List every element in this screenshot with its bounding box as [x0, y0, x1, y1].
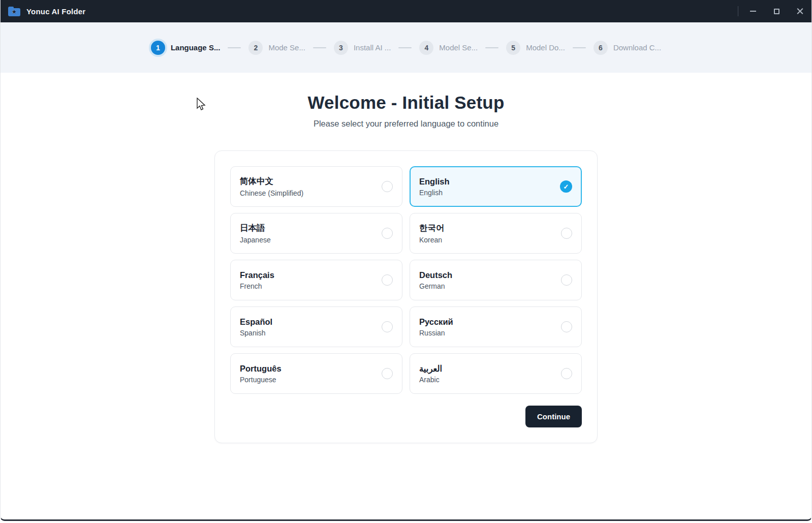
language-option-korean[interactable]: 한국어 Korean	[410, 213, 582, 254]
radio-circle-icon[interactable]	[382, 228, 393, 239]
app-window: ★ Yonuc AI Folder 1 Language S... 2 Mode…	[0, 0, 812, 521]
step-label: Download C...	[613, 43, 661, 52]
app-title: Yonuc AI Folder	[26, 7, 85, 16]
radio-circle-icon[interactable]	[561, 274, 572, 286]
language-native-name: English	[419, 177, 450, 187]
radio-circle-icon[interactable]	[561, 368, 572, 379]
step-connector	[573, 47, 586, 48]
step-connector	[398, 47, 412, 48]
language-english-name: Portuguese	[240, 376, 282, 384]
language-native-name: Deutsch	[419, 270, 452, 280]
radio-circle-icon[interactable]	[561, 321, 572, 332]
stepper-step-4[interactable]: 4 Model Se...	[419, 41, 478, 55]
step-connector	[313, 47, 326, 48]
language-english-name: Korean	[419, 236, 445, 244]
language-native-name: 日本語	[240, 223, 271, 234]
language-native-name: 简体中文	[240, 176, 303, 187]
close-button[interactable]	[788, 0, 811, 22]
language-texts: Deutsch German	[419, 270, 452, 290]
language-option-russian[interactable]: Русский Russian	[410, 306, 582, 347]
language-texts: Português Portuguese	[240, 364, 282, 384]
language-native-name: Português	[240, 364, 282, 374]
page-subtitle: Please select your preferred language to…	[1, 119, 811, 129]
language-native-name: Español	[240, 317, 272, 327]
step-connector	[228, 47, 241, 48]
language-grid: 简体中文 Chinese (Simplified) English Englis…	[230, 166, 582, 394]
language-english-name: Russian	[419, 329, 453, 337]
language-option-arabic[interactable]: العربية Arabic	[410, 353, 582, 394]
radio-circle-icon[interactable]	[382, 274, 393, 286]
step-label: Model Do...	[526, 43, 565, 52]
language-english-name: German	[419, 282, 452, 290]
setup-stepper: 1 Language S... 2 Mode Se... 3 Install A…	[1, 22, 811, 73]
language-native-name: 한국어	[419, 223, 445, 234]
stepper-step-6[interactable]: 6 Download C...	[594, 41, 661, 55]
language-option-spanish[interactable]: Español Spanish	[230, 306, 402, 347]
step-label: Model Se...	[439, 43, 478, 52]
step-label: Mode Se...	[268, 43, 305, 52]
step-number: 1	[151, 41, 165, 55]
language-texts: 한국어 Korean	[419, 223, 445, 244]
language-texts: English English	[419, 177, 450, 197]
step-connector	[485, 47, 498, 48]
continue-button[interactable]: Continue	[525, 406, 582, 427]
language-english-name: Spanish	[240, 329, 272, 337]
controls-separator	[738, 6, 738, 16]
titlebar: ★ Yonuc AI Folder	[1, 0, 811, 22]
language-option-german[interactable]: Deutsch German	[410, 260, 582, 300]
language-texts: 简体中文 Chinese (Simplified)	[240, 176, 303, 197]
language-panel: 简体中文 Chinese (Simplified) English Englis…	[214, 150, 598, 443]
language-english-name: Arabic	[419, 376, 442, 384]
radio-circle-icon[interactable]	[382, 321, 393, 332]
step-number: 4	[419, 41, 433, 55]
radio-circle-icon[interactable]	[382, 181, 393, 192]
window-controls	[738, 0, 811, 22]
selected-check-icon: ✓	[560, 180, 572, 193]
language-option-chinese-simplified-[interactable]: 简体中文 Chinese (Simplified)	[230, 166, 402, 207]
app-folder-icon: ★	[8, 7, 20, 16]
language-texts: Русский Russian	[419, 317, 453, 337]
language-english-name: English	[419, 189, 450, 197]
language-native-name: Français	[240, 270, 274, 280]
step-label: Install AI ...	[354, 43, 391, 52]
page-title: Welcome - Initial Setup	[1, 93, 811, 113]
language-option-english[interactable]: English English ✓	[410, 166, 582, 207]
step-number: 3	[334, 41, 348, 55]
maximize-button[interactable]	[765, 0, 788, 22]
language-english-name: French	[240, 282, 274, 290]
panel-footer: Continue	[230, 406, 582, 427]
step-number: 5	[506, 41, 520, 55]
radio-circle-icon[interactable]	[561, 228, 572, 239]
stepper-step-2[interactable]: 2 Mode Se...	[248, 41, 305, 55]
stepper-step-5[interactable]: 5 Model Do...	[506, 41, 565, 55]
maximize-icon	[774, 9, 779, 14]
language-english-name: Chinese (Simplified)	[240, 189, 303, 197]
language-texts: Français French	[240, 270, 274, 290]
star-icon: ★	[8, 8, 20, 16]
stepper-step-3[interactable]: 3 Install AI ...	[334, 41, 391, 55]
minimize-icon	[750, 11, 756, 12]
language-texts: 日本語 Japanese	[240, 223, 271, 244]
language-english-name: Japanese	[240, 236, 271, 244]
language-texts: Español Spanish	[240, 317, 272, 337]
minimize-button[interactable]	[741, 0, 765, 22]
main-content: Welcome - Initial Setup Please select yo…	[1, 73, 811, 443]
radio-circle-icon[interactable]	[382, 368, 393, 379]
step-number: 2	[248, 41, 263, 55]
language-native-name: Русский	[419, 317, 453, 327]
step-label: Language S...	[171, 43, 221, 52]
language-option-portuguese[interactable]: Português Portuguese	[230, 353, 402, 394]
language-texts: العربية Arabic	[419, 364, 442, 384]
close-icon	[797, 8, 803, 15]
language-option-japanese[interactable]: 日本語 Japanese	[230, 213, 402, 254]
step-number: 6	[594, 41, 608, 55]
stepper-step-1[interactable]: 1 Language S...	[151, 41, 221, 55]
language-native-name: العربية	[419, 364, 442, 374]
language-option-french[interactable]: Français French	[230, 260, 402, 300]
